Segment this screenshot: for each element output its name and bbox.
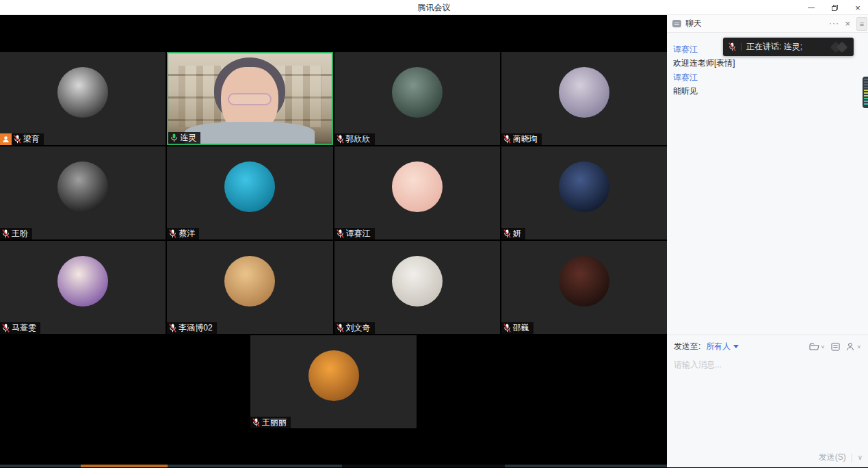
participant-name: 刘文奇 bbox=[346, 322, 371, 334]
avatar bbox=[57, 67, 108, 118]
participant-tile[interactable]: 谭赛江 bbox=[334, 146, 500, 239]
minimize-icon[interactable] bbox=[805, 1, 817, 14]
mic-icon bbox=[503, 229, 511, 238]
participant-label: 谭赛江 bbox=[334, 228, 375, 239]
participant-label: 王盼 bbox=[0, 228, 32, 239]
host-badge-icon bbox=[0, 133, 12, 145]
participant-tile[interactable]: 妍 bbox=[501, 146, 667, 239]
speaking-banner-text: 正在讲话: 连灵; bbox=[746, 41, 826, 53]
avatar bbox=[392, 256, 443, 307]
send-button[interactable]: 发送(S) bbox=[819, 452, 846, 463]
participant-name: 马薏雯 bbox=[12, 322, 36, 334]
window-controls: × bbox=[805, 0, 864, 15]
participant-tile[interactable]: 邵巍 bbox=[501, 241, 667, 334]
chat-title: 聊天 bbox=[685, 18, 702, 29]
video-grid: 梁育 连灵 bbox=[0, 52, 667, 334]
participant-tile[interactable]: 李涵博02 bbox=[167, 241, 332, 334]
announcement-icon[interactable] bbox=[831, 342, 840, 351]
avatar bbox=[57, 256, 108, 307]
speaking-banner: 正在讲话: 连灵; bbox=[723, 38, 854, 56]
participant-name: 王丽丽 bbox=[262, 417, 287, 428]
mic-icon bbox=[14, 135, 21, 144]
composer-icons: ∨ ∨ bbox=[809, 342, 861, 351]
participant-tile[interactable]: 王丽丽 bbox=[250, 335, 417, 428]
message-text: 欢迎连老师[表情] bbox=[673, 56, 862, 70]
restore-icon[interactable] bbox=[828, 1, 841, 14]
volume-meter bbox=[863, 77, 868, 108]
participant-label: 梁育 bbox=[0, 133, 44, 145]
avatar bbox=[392, 67, 443, 118]
avatar bbox=[392, 161, 443, 212]
avatar bbox=[559, 67, 609, 118]
participant-tile[interactable]: 马薏雯 bbox=[0, 241, 166, 334]
mic-icon bbox=[170, 133, 178, 142]
participant-label: 马薏雯 bbox=[0, 322, 40, 334]
mic-muted-icon bbox=[728, 42, 736, 51]
mic-icon bbox=[503, 324, 511, 333]
meeting-logo-icon bbox=[830, 42, 848, 52]
participant-label: 郭欣欣 bbox=[334, 133, 375, 145]
participant-name: 连灵 bbox=[180, 132, 196, 144]
participant-tile[interactable]: 刘文奇 bbox=[334, 241, 500, 334]
participant-name: 李涵博02 bbox=[179, 322, 212, 334]
send-divider bbox=[852, 453, 852, 463]
chat-close-icon[interactable]: × bbox=[845, 19, 850, 28]
participant-label: 连灵 bbox=[168, 132, 200, 144]
participant-tile[interactable]: 郭欣欣 bbox=[334, 52, 500, 145]
message-sender: 谭赛江 bbox=[673, 70, 862, 84]
send-to-dropdown[interactable]: 所有人 bbox=[706, 341, 739, 352]
chevron-down-icon bbox=[733, 345, 739, 348]
send-to-row: 发送至: 所有人 ∨ bbox=[667, 335, 868, 352]
message-input[interactable]: 请输入消息... bbox=[667, 352, 868, 393]
participant-name: 邵巍 bbox=[513, 322, 529, 334]
participant-name: 蔺晓珣 bbox=[513, 133, 538, 145]
participant-label: 蔡洋 bbox=[167, 228, 199, 239]
taskbar-hidden-strip[interactable] bbox=[0, 465, 667, 467]
window-title: 腾讯会议 bbox=[0, 0, 868, 15]
mic-icon bbox=[503, 135, 511, 144]
participant-tile[interactable]: 蔡洋 bbox=[167, 146, 332, 239]
camera-video bbox=[168, 53, 331, 144]
send-to-value: 所有人 bbox=[706, 341, 731, 352]
more-icon[interactable]: ··· bbox=[829, 19, 839, 27]
chat-panel: 聊天 ··· × ≡ 谭赛江欢迎连老师[表情]谭赛江能听见 正在讲话: 连灵; bbox=[667, 15, 868, 467]
participant-label: 邵巍 bbox=[501, 322, 534, 334]
mic-icon bbox=[337, 324, 344, 333]
mic-icon bbox=[169, 324, 176, 333]
avatar bbox=[559, 161, 609, 212]
menu-icon[interactable]: ≡ bbox=[856, 17, 867, 31]
participant-tile[interactable]: 王盼 bbox=[0, 146, 166, 239]
participant-name: 谭赛江 bbox=[346, 228, 371, 239]
participant-tile[interactable]: 蔺晓珣 bbox=[501, 52, 667, 145]
mic-icon bbox=[2, 229, 10, 238]
participant-name: 妍 bbox=[513, 228, 521, 239]
participant-name: 郭欣欣 bbox=[346, 133, 371, 145]
participant-label: 蔺晓珣 bbox=[501, 133, 542, 145]
close-icon[interactable]: × bbox=[852, 1, 864, 14]
member-icon[interactable]: ∨ bbox=[846, 342, 861, 351]
avatar bbox=[224, 256, 275, 307]
send-row: 发送(S) ∨ bbox=[819, 452, 863, 463]
folder-icon[interactable]: ∨ bbox=[809, 342, 826, 351]
avatar bbox=[559, 256, 609, 307]
video-stage: 梁育 连灵 bbox=[0, 15, 667, 467]
avatar bbox=[308, 350, 359, 401]
titlebar: 腾讯会议 × bbox=[0, 0, 868, 15]
main-area: 梁育 连灵 bbox=[0, 15, 868, 467]
participant-name: 王盼 bbox=[12, 228, 28, 239]
chat-message-area[interactable]: 谭赛江欢迎连老师[表情]谭赛江能听见 正在讲话: 连灵; bbox=[667, 33, 868, 335]
participant-tile[interactable]: 连灵 bbox=[167, 52, 332, 145]
participant-tile[interactable]: 梁育 bbox=[0, 52, 166, 145]
mic-icon bbox=[169, 229, 176, 238]
participant-label: 刘文奇 bbox=[334, 322, 375, 334]
participant-label: 李涵博02 bbox=[167, 322, 216, 334]
send-to-label: 发送至: bbox=[674, 341, 700, 352]
chat-bubble-icon bbox=[672, 20, 681, 27]
mic-icon bbox=[252, 418, 260, 427]
taskbar-dark-segment bbox=[342, 465, 505, 467]
mic-icon bbox=[337, 229, 344, 238]
send-options-chevron-icon[interactable]: ∨ bbox=[858, 454, 863, 461]
participant-name: 梁育 bbox=[23, 133, 40, 145]
banner-divider bbox=[741, 43, 741, 51]
taskbar-orange-segment bbox=[81, 465, 168, 467]
